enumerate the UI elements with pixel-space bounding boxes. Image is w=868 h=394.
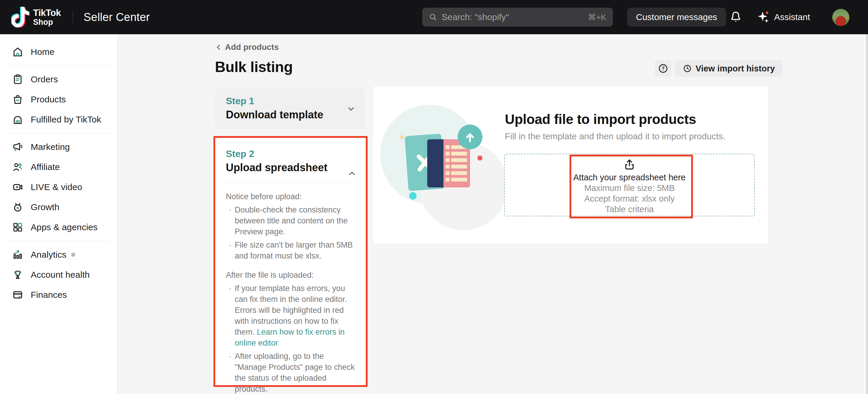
sidebar-item-label: Finances bbox=[31, 290, 67, 300]
assistant-label: Assistant bbox=[774, 12, 810, 22]
decorative-dot bbox=[409, 192, 416, 199]
chevron-down-icon[interactable] bbox=[346, 104, 356, 114]
upload-panel-card: Upload file to import products Fill in t… bbox=[373, 87, 768, 243]
sidebar-item-label: Account health bbox=[31, 270, 90, 280]
logo-line1: TikTok bbox=[33, 8, 61, 18]
sidebar-item-finances[interactable]: Finances bbox=[0, 285, 117, 305]
sidebar-item-home[interactable]: Home bbox=[0, 42, 117, 62]
step2-eyebrow: Step 2 bbox=[226, 148, 355, 160]
finances-icon bbox=[12, 289, 24, 301]
list-item-text: File size can't be larger than 5MB and f… bbox=[235, 240, 353, 260]
question-icon: ? bbox=[657, 63, 669, 74]
step1-eyebrow: Step 1 bbox=[226, 95, 354, 107]
sidebar-item-label: Affiliate bbox=[31, 162, 60, 172]
notifications-button[interactable] bbox=[728, 10, 743, 24]
home-icon bbox=[12, 46, 24, 58]
upload-icon bbox=[623, 158, 636, 171]
sparkle-icon bbox=[395, 132, 409, 145]
sidebar-item-analytics[interactable]: Analytics bbox=[0, 245, 117, 265]
list-item-text: Double-check the consistency between tit… bbox=[235, 205, 348, 236]
breadcrumb-back[interactable]: Add products bbox=[215, 42, 279, 52]
products-icon bbox=[12, 94, 24, 105]
step2-divider bbox=[226, 183, 355, 183]
question-glyph: ? bbox=[662, 66, 664, 71]
bell-icon bbox=[729, 10, 742, 23]
logo-line2: Shop bbox=[33, 18, 61, 26]
spreadsheet-illustration bbox=[382, 98, 512, 228]
list-item: After uploading, go to the "Manage Produ… bbox=[226, 351, 355, 394]
account-health-icon bbox=[12, 269, 24, 281]
seller-center-screen: TikTok Shop Seller Center ⌘+K Customer m… bbox=[0, 0, 868, 394]
sidebar-divider bbox=[5, 241, 111, 241]
after-upload-list: If your template has errors, you can fix… bbox=[226, 283, 355, 394]
sidebar-item-fulfilled-by-tiktok[interactable]: Fulfilled by TikTok bbox=[0, 109, 117, 130]
analytics-new-badge bbox=[71, 253, 75, 257]
sidebar-item-label: Marketing bbox=[31, 142, 70, 152]
page-title: Bulk listing bbox=[215, 59, 292, 75]
tiktok-note-icon bbox=[11, 7, 30, 28]
tiktok-shop-logo[interactable]: TikTok Shop bbox=[11, 7, 61, 28]
global-search[interactable]: ⌘+K bbox=[422, 8, 613, 27]
upload-subheading: Fill in the template and then upload it … bbox=[505, 131, 725, 141]
sidebar-item-label: Products bbox=[31, 94, 66, 104]
sidebar-item-label: Fulfilled by TikTok bbox=[31, 114, 101, 125]
avatar[interactable] bbox=[832, 9, 849, 26]
list-item-text: After uploading, go to the "Manage Produ… bbox=[235, 352, 354, 393]
view-import-history-button[interactable]: View import history bbox=[675, 60, 783, 77]
sidebar-item-label: Analytics bbox=[31, 250, 66, 260]
decorative-dot bbox=[477, 156, 483, 161]
customer-messages-button[interactable]: Customer messages bbox=[627, 8, 726, 27]
spreadsheet-dropzone[interactable]: Attach your spreadsheet here Maximum fil… bbox=[504, 154, 755, 216]
after-upload-heading: After the file is uploaded: bbox=[226, 270, 355, 281]
sidebar-divider bbox=[5, 133, 111, 133]
sidebar-item-apps-agencies[interactable]: Apps & agencies bbox=[0, 217, 117, 237]
upload-arrow-badge bbox=[458, 125, 483, 149]
dropzone-title: Attach your spreadsheet here bbox=[574, 172, 686, 183]
search-input[interactable] bbox=[442, 12, 585, 22]
growth-icon bbox=[12, 201, 24, 213]
help-button[interactable]: ? bbox=[655, 60, 671, 77]
sidebar-item-marketing[interactable]: Marketing bbox=[0, 137, 117, 157]
topbar: TikTok Shop Seller Center ⌘+K Customer m… bbox=[0, 0, 868, 34]
dropzone-max-size: Maximum file size: 5MB bbox=[584, 183, 675, 193]
chevron-up-icon[interactable] bbox=[347, 168, 357, 178]
breadcrumb-label: Add products bbox=[225, 42, 279, 52]
sidebar-item-label: Apps & agencies bbox=[31, 222, 98, 232]
marketing-icon bbox=[12, 141, 24, 153]
analytics-icon bbox=[12, 249, 24, 261]
sidebar-item-orders[interactable]: Orders bbox=[0, 69, 117, 90]
apps-agencies-icon bbox=[12, 221, 24, 233]
notice-before-upload-list: Double-check the consistency between tit… bbox=[226, 204, 355, 261]
sidebar: Home Orders Products Fulfille bbox=[0, 34, 118, 394]
sidebar-item-label: Growth bbox=[31, 202, 59, 212]
fulfilled-by-tiktok-icon bbox=[12, 113, 24, 125]
step1-card[interactable]: Step 1 Download template bbox=[215, 87, 365, 129]
sidebar-item-products[interactable]: Products bbox=[0, 90, 117, 109]
main-content: Add products Bulk listing ? View import … bbox=[118, 34, 868, 394]
sidebar-item-affiliate[interactable]: Affiliate bbox=[0, 157, 117, 177]
orders-icon bbox=[12, 73, 24, 85]
step1-title: Download template bbox=[226, 108, 354, 122]
sidebar-item-growth[interactable]: Growth bbox=[0, 197, 117, 217]
clock-icon bbox=[683, 64, 692, 73]
list-item: If your template has errors, you can fix… bbox=[226, 283, 355, 349]
notice-before-upload-heading: Notice before upload: bbox=[226, 191, 355, 202]
step2-card[interactable]: Step 2 Upload spreadsheet Notice before … bbox=[215, 138, 366, 385]
list-item: Double-check the consistency between tit… bbox=[226, 204, 355, 237]
sidebar-item-label: Home bbox=[31, 47, 54, 57]
affiliate-icon bbox=[12, 161, 24, 173]
sidebar-item-account-health[interactable]: Account health bbox=[0, 265, 117, 285]
dropzone-table-criteria[interactable]: Table criteria bbox=[605, 204, 654, 215]
list-item: File size can't be larger than 5MB and f… bbox=[226, 240, 355, 261]
step2-title: Upload spreadsheet bbox=[226, 161, 355, 174]
dropzone-format: Accept format: xlsx only bbox=[584, 193, 675, 204]
sidebar-item-live-video[interactable]: LIVE & video bbox=[0, 177, 117, 197]
assistant-sparkle-icon bbox=[756, 9, 771, 25]
search-shortcut: ⌘+K bbox=[588, 12, 607, 22]
sidebar-item-label: LIVE & video bbox=[31, 182, 82, 192]
vertical-scrollbar[interactable] bbox=[864, 34, 868, 394]
product-name: Seller Center bbox=[84, 11, 150, 24]
upload-heading: Upload file to import products bbox=[505, 111, 696, 127]
assistant-button[interactable]: Assistant bbox=[756, 8, 810, 26]
live-video-icon bbox=[12, 181, 24, 193]
